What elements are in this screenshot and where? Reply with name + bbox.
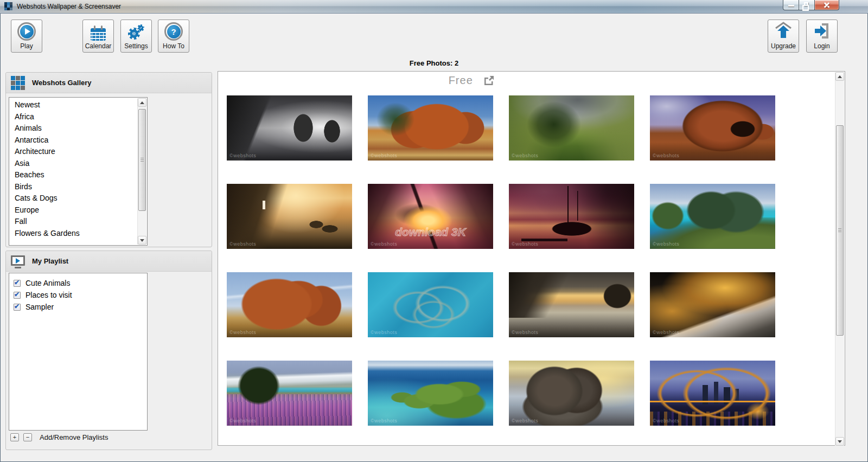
- photo-thumbnail[interactable]: ©webshots: [650, 361, 775, 426]
- webshots-gallery-panel: Webshots Gallery Newest Africa Animals A…: [5, 72, 212, 247]
- login-label: Login: [814, 42, 829, 50]
- login-arrow-icon: [813, 23, 831, 41]
- photo-thumbnail[interactable]: ©webshots: [368, 95, 493, 161]
- photo-thumbnail[interactable]: ©webshots: [368, 361, 493, 426]
- photo-thumbnail[interactable]: ©webshotsdownload 3K: [368, 184, 493, 249]
- how-to-label: How To: [163, 42, 184, 50]
- gallery-panel-header: Webshots Gallery: [6, 73, 212, 93]
- share-icon[interactable]: [484, 75, 494, 88]
- main-scrollbar[interactable]: [835, 72, 844, 446]
- question-icon: ?: [164, 22, 183, 41]
- webshots-watermark: ©webshots: [229, 418, 256, 424]
- remove-playlist-button[interactable]: −: [23, 433, 32, 441]
- checkbox-sampler[interactable]: [14, 304, 21, 311]
- restore-icon: [804, 2, 808, 6]
- add-remove-label: Add/Remove Playlists: [40, 433, 108, 441]
- scroll-down-icon[interactable]: [835, 437, 844, 446]
- checkbox-cute-animals[interactable]: [14, 280, 21, 287]
- photo-thumbnail[interactable]: ©webshots: [368, 272, 493, 337]
- scroll-down-icon[interactable]: [138, 236, 146, 245]
- webshots-watermark: ©webshots: [229, 330, 256, 335]
- settings-label: Settings: [124, 42, 148, 50]
- playlist-row: Places to visit: [14, 289, 147, 301]
- album-heading: Free: [218, 74, 725, 88]
- gallery-scrollbar[interactable]: [137, 98, 146, 245]
- photo-thumbnail[interactable]: ©webshots: [650, 95, 775, 161]
- how-to-button[interactable]: ? How To: [158, 20, 189, 53]
- play-icon: [17, 22, 36, 41]
- photo-thumbnail[interactable]: ©webshots: [650, 184, 775, 249]
- webshots-watermark: ©webshots: [229, 153, 256, 158]
- photo-thumbnail[interactable]: ©webshots: [509, 184, 634, 249]
- gear-icon: [127, 24, 145, 41]
- webshots-watermark: ©webshots: [653, 330, 679, 335]
- title-bar: Webshots Wallpaper & Screensaver: [0, 0, 868, 14]
- gallery-item-antarctica[interactable]: Antarctica: [9, 134, 147, 146]
- playlist-row: Cute Animals: [14, 277, 147, 289]
- playlist-panel-header: My Playlist: [6, 251, 212, 272]
- my-playlist-panel: My Playlist Cute Animals Places to visit…: [5, 251, 212, 450]
- gallery-item-animals[interactable]: Animals: [9, 123, 147, 134]
- webshots-watermark: ©webshots: [653, 241, 679, 247]
- gallery-item-cats-dogs[interactable]: Cats & Dogs: [9, 193, 147, 204]
- webshots-watermark: ©webshots: [653, 153, 679, 158]
- calendar-label: Calendar: [85, 42, 112, 50]
- webshots-watermark: ©webshots: [229, 241, 256, 247]
- playlist-list: Cute Animals Places to visit Sampler: [9, 273, 148, 431]
- gallery-item-birds[interactable]: Birds: [9, 181, 147, 193]
- playlist-row: Sampler: [14, 301, 147, 313]
- minimize-button[interactable]: [783, 0, 799, 10]
- upgrade-button[interactable]: Upgrade: [768, 20, 799, 53]
- add-playlist-button[interactable]: +: [10, 433, 19, 441]
- download3k-watermark: download 3K: [395, 226, 466, 239]
- gallery-item-fall[interactable]: Fall: [9, 216, 147, 228]
- gallery-grid-icon: [11, 76, 25, 90]
- webshots-watermark: ©webshots: [371, 241, 397, 247]
- photo-thumbnail[interactable]: ©webshots: [227, 184, 352, 249]
- gallery-category-list: Newest Africa Animals Antarctica Archite…: [9, 97, 148, 246]
- photo-thumbnail[interactable]: ©webshots: [509, 272, 634, 337]
- gallery-scrollbar-thumb[interactable]: [138, 109, 146, 211]
- add-remove-row: + − Add/Remove Playlists: [10, 433, 108, 441]
- close-button[interactable]: [814, 0, 839, 10]
- minimize-icon: [788, 5, 794, 7]
- photo-browser-panel: Free ©webshots ©webshots ©webshots ©webs…: [218, 71, 845, 446]
- photo-thumbnail[interactable]: ©webshots: [509, 361, 634, 426]
- photo-thumbnail[interactable]: ©webshots: [227, 95, 352, 161]
- webshots-watermark: ©webshots: [512, 418, 538, 424]
- photo-thumbnail[interactable]: ©webshots: [227, 361, 352, 426]
- album-title: Free: [449, 74, 473, 86]
- settings-button[interactable]: Settings: [120, 20, 152, 53]
- playlist-panel-title: My Playlist: [32, 257, 68, 265]
- close-icon: [823, 1, 831, 9]
- upgrade-label: Upgrade: [771, 42, 796, 50]
- gallery-item-europe[interactable]: Europe: [9, 204, 147, 216]
- play-button[interactable]: Play: [11, 20, 42, 53]
- webshots-watermark: ©webshots: [653, 418, 679, 424]
- main-scrollbar-thumb[interactable]: [836, 125, 844, 336]
- restore-button[interactable]: [799, 0, 814, 10]
- gallery-item-architecture[interactable]: Architecture: [9, 146, 147, 158]
- playlist-monitor-icon: [11, 255, 25, 266]
- gallery-item-flowers-gardens[interactable]: Flowers & Gardens: [9, 228, 147, 240]
- window-title: Webshots Wallpaper & Screensaver: [17, 0, 121, 13]
- webshots-watermark: ©webshots: [512, 241, 538, 247]
- gallery-item-africa[interactable]: Africa: [9, 111, 147, 123]
- playlist-label: Places to visit: [25, 291, 72, 299]
- playlist-label: Sampler: [25, 303, 54, 311]
- photo-grid: ©webshots ©webshots ©webshots ©webshots …: [227, 95, 775, 426]
- photo-thumbnail[interactable]: ©webshots: [227, 272, 352, 337]
- webshots-watermark: ©webshots: [371, 153, 397, 158]
- checkbox-places-to-visit[interactable]: [14, 292, 21, 299]
- webshots-watermark: ©webshots: [512, 330, 538, 335]
- calendar-button[interactable]: Calendar: [82, 20, 114, 53]
- gallery-item-newest[interactable]: Newest: [9, 99, 147, 111]
- webshots-watermark: ©webshots: [371, 418, 397, 424]
- photo-thumbnail[interactable]: ©webshots: [650, 272, 775, 337]
- login-button[interactable]: Login: [806, 20, 838, 53]
- gallery-item-asia[interactable]: Asia: [9, 158, 147, 170]
- gallery-item-beaches[interactable]: Beaches: [9, 169, 147, 181]
- scroll-up-icon[interactable]: [835, 72, 844, 81]
- scroll-up-icon[interactable]: [138, 98, 146, 107]
- photo-thumbnail[interactable]: ©webshots: [509, 95, 634, 161]
